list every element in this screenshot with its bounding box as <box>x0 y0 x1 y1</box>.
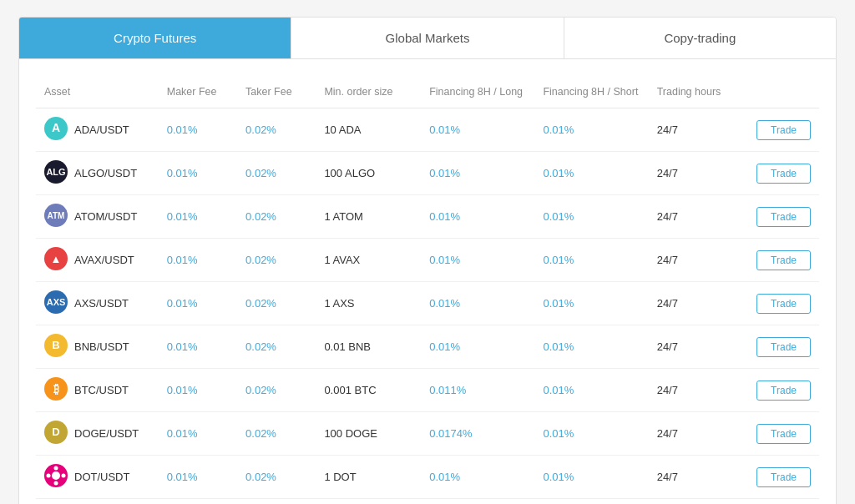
asset-cell: D DOGE/USDT <box>36 412 159 456</box>
coin-icon: ATM <box>44 204 68 229</box>
taker-fee: 0.02% <box>237 195 316 239</box>
maker-fee: 0.01% <box>159 499 237 505</box>
financing-8h-long: 0.01% <box>421 325 534 369</box>
trade-button[interactable]: Trade <box>756 164 811 184</box>
svg-text:ATM: ATM <box>48 211 65 220</box>
table-row: B BNB/USDT 0.01% 0.02% 0.01 BNB 0.01% 0.… <box>36 325 819 369</box>
financing-8h-short: 0.01% <box>534 152 648 195</box>
tab-global-markets[interactable]: Global Markets <box>291 18 564 58</box>
taker-fee: 0.02% <box>237 456 316 499</box>
financing-8h-short: 0.01% <box>534 282 648 325</box>
financing-8h-long: 0.01% <box>421 239 534 282</box>
trade-button[interactable]: Trade <box>756 424 811 444</box>
col-header-fin8long: Financing 8H / Long <box>421 79 534 108</box>
maker-fee: 0.01% <box>159 195 237 239</box>
coin-icon: AXS <box>44 290 68 316</box>
asset-cell: EGLD/USDT <box>36 499 159 505</box>
col-header-taker-fee: Taker Fee <box>237 79 316 108</box>
trade-button[interactable]: Trade <box>756 120 811 140</box>
trade-button[interactable]: Trade <box>756 207 811 227</box>
table-row: DOT/USDT 0.01% 0.02% 1 DOT 0.01% 0.01% 2… <box>36 456 819 499</box>
min-order-size: 1 AVAX <box>316 239 421 282</box>
financing-8h-long: 0.0174% <box>421 412 534 456</box>
asset-cell: A ADA/USDT <box>36 108 159 152</box>
tab-crypto-futures[interactable]: Crypto Futures <box>19 18 291 58</box>
financing-8h-short: 0.01% <box>534 456 648 499</box>
maker-fee: 0.01% <box>159 456 237 499</box>
asset-cell: ATM ATOM/USDT <box>36 195 159 239</box>
table-row: ATM ATOM/USDT 0.01% 0.02% 1 ATOM 0.01% 0… <box>36 195 819 239</box>
trade-button[interactable]: Trade <box>756 467 811 487</box>
table-row: ₿ BTC/USDT 0.01% 0.02% 0.001 BTC 0.011% … <box>36 369 819 412</box>
asset-symbol: AVAX/USDT <box>74 254 134 266</box>
trading-hours: 24/7 <box>649 499 745 505</box>
main-container: Crypto Futures Global Markets Copy-tradi… <box>18 17 837 504</box>
assets-table: Asset Maker Fee Taker Fee Min. order siz… <box>36 79 819 504</box>
asset-cell: ▲ AVAX/USDT <box>36 239 159 282</box>
coin-icon: A <box>44 117 68 143</box>
taker-fee: 0.02% <box>237 108 316 152</box>
maker-fee: 0.01% <box>159 325 237 369</box>
trade-action-cell: Trade <box>745 325 819 369</box>
tab-bar: Crypto Futures Global Markets Copy-tradi… <box>19 18 836 59</box>
trade-action-cell: Trade <box>745 282 819 325</box>
trade-button[interactable]: Trade <box>756 381 811 401</box>
taker-fee: 0.02% <box>237 412 316 456</box>
svg-text:ALG: ALG <box>46 167 65 177</box>
trade-button[interactable]: Trade <box>756 294 811 314</box>
min-order-size: 1 AXS <box>316 282 421 325</box>
taker-fee: 0.02% <box>237 499 316 505</box>
asset-symbol: ALGO/USDT <box>74 167 137 179</box>
maker-fee: 0.01% <box>159 282 237 325</box>
financing-8h-long: 0.01% <box>421 152 534 195</box>
trade-action-cell: Trade <box>745 152 819 195</box>
trading-hours: 24/7 <box>649 108 745 152</box>
svg-text:D: D <box>52 426 59 438</box>
coin-icon: D <box>44 421 68 446</box>
col-header-fin8short: Financing 8H / Short <box>534 79 648 108</box>
trade-action-cell: Trade <box>745 456 819 499</box>
svg-point-18 <box>54 466 58 471</box>
trade-action-cell: Trade <box>745 195 819 239</box>
maker-fee: 0.01% <box>159 152 237 195</box>
trading-hours: 24/7 <box>649 152 745 195</box>
col-header-maker-fee: Maker Fee <box>159 79 237 108</box>
trading-hours: 24/7 <box>649 282 745 325</box>
maker-fee: 0.01% <box>159 412 237 456</box>
taker-fee: 0.02% <box>237 239 316 282</box>
table-row: ALG ALGO/USDT 0.01% 0.02% 100 ALGO 0.01%… <box>36 152 819 195</box>
tab-copy-trading[interactable]: Copy-trading <box>564 18 836 58</box>
financing-8h-short: 0.01% <box>534 239 648 282</box>
maker-fee: 0.01% <box>159 108 237 152</box>
min-order-size: 100 ALGO <box>316 152 421 195</box>
asset-symbol: ATOM/USDT <box>74 210 137 223</box>
min-order-size: 1 DOT <box>316 456 421 499</box>
coin-icon: ▲ <box>44 247 68 273</box>
trade-button[interactable]: Trade <box>756 337 811 357</box>
financing-8h-long: 0.01% <box>421 456 534 499</box>
table-row: A ADA/USDT 0.01% 0.02% 10 ADA 0.01% 0.01… <box>36 108 819 152</box>
financing-8h-short: 0.01% <box>534 108 648 152</box>
asset-cell: ALG ALGO/USDT <box>36 152 159 195</box>
table-row: AXS AXS/USDT 0.01% 0.02% 1 AXS 0.01% 0.0… <box>36 282 819 325</box>
svg-text:AXS: AXS <box>47 297 66 307</box>
financing-8h-short: 0.01% <box>534 325 648 369</box>
trading-hours: 24/7 <box>649 369 745 412</box>
trade-button[interactable]: Trade <box>756 250 811 270</box>
col-header-asset: Asset <box>36 79 159 108</box>
financing-8h-long: 0.011% <box>421 369 534 412</box>
financing-8h-long: 0.01% <box>421 108 534 152</box>
trade-action-cell: Trade <box>745 239 819 282</box>
trading-hours: 24/7 <box>649 456 745 499</box>
financing-8h-short: 0.01% <box>534 412 648 456</box>
coin-icon: ALG <box>44 160 68 186</box>
financing-8h-short: 0.01% <box>534 195 648 239</box>
min-order-size: 10 ADA <box>316 108 421 152</box>
asset-cell: B BNB/USDT <box>36 325 159 369</box>
asset-symbol: DOT/USDT <box>74 471 129 483</box>
asset-cell: DOT/USDT <box>36 456 159 499</box>
financing-8h-short: 0.01% <box>534 369 648 412</box>
svg-text:A: A <box>52 121 60 134</box>
svg-text:▲: ▲ <box>51 253 62 265</box>
trade-action-cell: Trade <box>745 108 819 152</box>
